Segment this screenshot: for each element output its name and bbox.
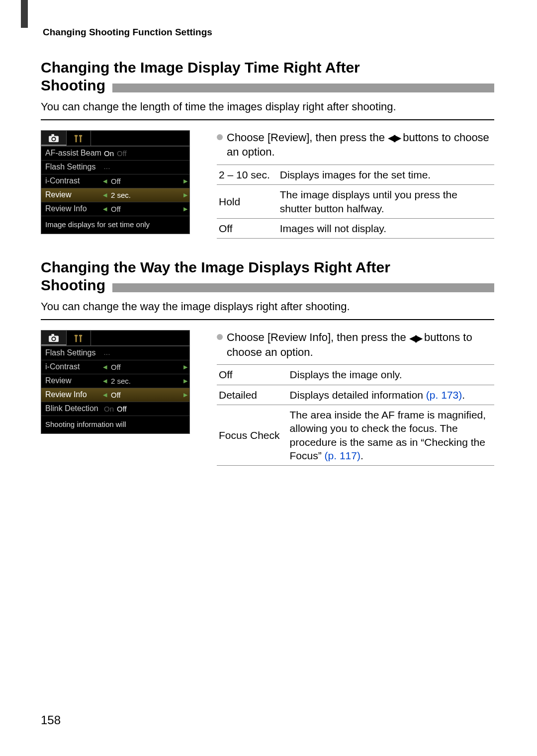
arrow-right-icon: ▶ bbox=[183, 364, 187, 370]
lcd-value: 2 sec. bbox=[104, 377, 185, 385]
lcd-label: Review Info bbox=[45, 390, 104, 399]
section2-title-line2: Shooting bbox=[41, 276, 105, 294]
section1-title-block: Changing the Image Display Time Right Af… bbox=[41, 59, 494, 94]
page-header: Changing Shooting Function Settings bbox=[43, 27, 494, 38]
lcd-row: Review◀2 sec.▶ bbox=[41, 188, 189, 202]
svg-rect-9 bbox=[52, 334, 54, 336]
arrow-right-icon: ▶ bbox=[183, 206, 187, 212]
lcd-row: i-Contrast◀Off▶ bbox=[41, 360, 189, 374]
lcd-row: Review◀2 sec.▶ bbox=[41, 374, 189, 388]
options-table-2: Off Displays the image only. Detailed Di… bbox=[217, 364, 494, 466]
opt-name: Detailed bbox=[217, 385, 288, 405]
svg-rect-7 bbox=[79, 135, 82, 136]
left-right-icon: ◀▶ bbox=[409, 332, 421, 345]
page-link-117[interactable]: (p. 117) bbox=[325, 450, 360, 461]
lcd-label: Review bbox=[45, 376, 104, 385]
lcd-label: Blink Detection bbox=[45, 404, 104, 413]
camera-icon bbox=[48, 134, 59, 143]
tools-icon bbox=[74, 334, 84, 343]
arrow-left-icon: ◀ bbox=[103, 178, 107, 184]
title-bar bbox=[112, 84, 494, 92]
tools-icon bbox=[74, 134, 84, 143]
lcd-label: i-Contrast bbox=[45, 362, 104, 371]
arrow-right-icon: ▶ bbox=[183, 392, 187, 398]
section2-title-block: Changing the Way the Image Displays Righ… bbox=[41, 258, 494, 294]
svg-rect-13 bbox=[75, 335, 78, 336]
arrow-left-icon: ◀ bbox=[103, 192, 107, 198]
lcd-row: AF-assist BeamOnOff bbox=[41, 146, 189, 160]
tab-camera bbox=[41, 131, 67, 146]
lcd-value: Off bbox=[104, 391, 185, 399]
left-right-icon: ◀▶ bbox=[388, 131, 400, 145]
table-row: Focus Check The area inside the AF frame… bbox=[217, 405, 494, 465]
instruction2: Choose [Review Info], then press the ◀▶ … bbox=[217, 330, 494, 359]
opt-name: Off bbox=[217, 218, 278, 238]
opt-desc: The area inside the AF frame is magnifie… bbox=[288, 405, 494, 465]
table-row: Off Displays the image only. bbox=[217, 365, 494, 385]
section1-title-line2: Shooting bbox=[41, 77, 105, 94]
arrow-left-icon: ◀ bbox=[103, 378, 107, 384]
tab-tools bbox=[67, 131, 91, 146]
svg-point-3 bbox=[52, 138, 55, 141]
camera-menu-review: AF-assist BeamOnOffFlash Settings...i-Co… bbox=[41, 130, 190, 234]
table-row: Detailed Displays detailed information (… bbox=[217, 385, 494, 405]
lcd-row: Review Info◀Off▶ bbox=[41, 202, 189, 216]
arrow-right-icon: ▶ bbox=[183, 378, 187, 384]
lcd-value: Off bbox=[104, 363, 185, 371]
lcd-value: Off bbox=[104, 205, 185, 213]
lcd-row: Review Info◀Off▶ bbox=[41, 388, 189, 402]
opt-name: Focus Check bbox=[217, 405, 288, 465]
lcd-label: AF-assist Beam bbox=[45, 149, 104, 158]
table-row: Hold The image displays until you press … bbox=[217, 185, 494, 219]
opt-desc: The image displays until you press the s… bbox=[278, 185, 494, 219]
lcd-tabs bbox=[41, 331, 189, 346]
opt-desc: Images will not display. bbox=[278, 218, 494, 238]
opt-name: Hold bbox=[217, 185, 278, 219]
ellipsis-icon: ... bbox=[104, 164, 110, 170]
lcd-hint: Image displays for set time only bbox=[41, 216, 189, 234]
section2-title-line1: Changing the Way the Image Displays Righ… bbox=[41, 258, 494, 276]
lcd-label: i-Contrast bbox=[45, 176, 104, 185]
lcd-label: Review Info bbox=[45, 204, 104, 213]
table-row: Off Images will not display. bbox=[217, 218, 494, 238]
lcd-row: Flash Settings... bbox=[41, 346, 189, 360]
opt-desc: Displays detailed information (p. 173). bbox=[288, 385, 494, 405]
lcd-row: i-Contrast◀Off▶ bbox=[41, 174, 189, 188]
instruction1-pre: Choose [Review], then press the bbox=[227, 131, 388, 144]
separator bbox=[41, 319, 494, 320]
arrow-left-icon: ◀ bbox=[103, 206, 107, 212]
arrow-left-icon: ◀ bbox=[103, 392, 107, 398]
tab-tools bbox=[67, 331, 91, 345]
svg-rect-15 bbox=[79, 335, 82, 336]
separator bbox=[41, 119, 494, 120]
section1-intro: You can change the length of time the im… bbox=[41, 99, 494, 114]
side-tab bbox=[21, 0, 28, 28]
lcd-label: Flash Settings bbox=[45, 163, 104, 171]
instruction2-pre: Choose [Review Info], then press the bbox=[227, 331, 409, 343]
section2-intro: You can change the way the image display… bbox=[41, 299, 494, 314]
arrow-left-icon: ◀ bbox=[103, 364, 107, 370]
lcd-hint: Shooting information will bbox=[41, 416, 189, 433]
tab-camera bbox=[41, 331, 67, 345]
table-row: 2 – 10 sec. Displays images for the set … bbox=[217, 165, 494, 185]
camera-menu-review-info: Flash Settings...i-Contrast◀Off▶Review◀2… bbox=[41, 330, 190, 434]
opt-name: 2 – 10 sec. bbox=[217, 165, 278, 185]
svg-rect-5 bbox=[75, 135, 78, 136]
lcd-row: Flash Settings... bbox=[41, 160, 189, 174]
page-number: 158 bbox=[41, 713, 61, 727]
lcd-label: Flash Settings bbox=[45, 348, 104, 357]
lcd-value: OnOff bbox=[104, 149, 185, 158]
lcd-row: Blink DetectionOnOff bbox=[41, 402, 189, 416]
opt-desc: Displays images for the set time. bbox=[278, 165, 494, 185]
opt-desc: Displays the image only. bbox=[288, 365, 494, 385]
lcd-value: 2 sec. bbox=[104, 191, 185, 199]
svg-rect-1 bbox=[52, 134, 54, 137]
lcd-value: Off bbox=[104, 177, 185, 185]
lcd-label: Review bbox=[45, 190, 104, 199]
lcd-tabs bbox=[41, 131, 189, 146]
arrow-right-icon: ▶ bbox=[183, 192, 187, 198]
opt-name: Off bbox=[217, 365, 288, 385]
lcd-value: OnOff bbox=[104, 405, 185, 413]
camera-icon bbox=[48, 334, 59, 342]
page-link-173[interactable]: (p. 173) bbox=[426, 389, 462, 401]
